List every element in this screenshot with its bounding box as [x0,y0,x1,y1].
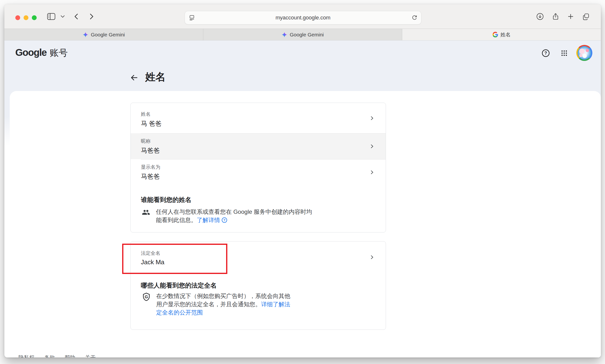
plus-icon [567,13,574,20]
row-label: 姓名 [141,111,386,117]
people-icon [142,208,150,216]
chevron-right-icon [369,169,375,175]
tab-google-gemini-1[interactable]: Google Gemini [4,29,203,40]
page-title: 姓名 [145,70,166,84]
tab-label: Google Gemini [91,32,125,38]
legal-name-visibility-text: 在少数情况下（例如您购买广告时），系统会向其他用户显示您的法定全名，并且会通知您… [156,292,291,317]
gemini-icon [82,32,88,38]
legal-name-visibility-info: G 在少数情况下（例如您购买广告时），系统会向其他用户显示您的法定全名，并且会通… [142,292,291,317]
account-avatar[interactable] [576,45,592,61]
page-back-button[interactable] [129,73,139,82]
name-visibility-info: 任何人在与您联系或查看您在 Google 服务中创建的内容时均能看到此信息。了解… [142,208,315,225]
shield-g-icon: G [142,292,151,302]
avatar-image [578,46,591,60]
address-bar[interactable]: myaccount.google.com [185,11,421,25]
help-circle-icon[interactable]: ? [221,218,227,224]
google-wordmark: Google [15,47,47,58]
tab-label: Google Gemini [290,32,324,38]
tab-google-gemini-2[interactable]: Google Gemini [203,29,402,40]
name-card: 姓名 马 爸爸 昵称 马爸爸 显示名为 马爸爸 谁能看到您的姓 [130,103,386,233]
visibility-text: 任何人在与您联系或查看您在 Google 服务中创建的内容时均能看到此信息。 [156,208,312,223]
learn-more-link[interactable]: 了解详情 [197,217,220,223]
tab-label: 姓名 [500,31,511,38]
tab-name-settings[interactable]: 姓名 [402,29,601,40]
browser-window: myaccount.google.com [4,4,601,357]
footer-link-help[interactable]: 帮助 [65,354,75,357]
close-window-button[interactable] [15,15,20,20]
svg-text:?: ? [223,218,225,222]
tab-overview-button[interactable] [582,13,590,20]
chevron-right-icon [369,143,375,149]
help-button[interactable]: ? [540,48,551,58]
header-band-fade [4,101,10,146]
annotation-rectangle [122,244,227,274]
browser-toolbar: myaccount.google.com [4,4,601,29]
zoom-window-button[interactable] [32,15,37,20]
window-controls [15,15,37,20]
logo-suffix: 账号 [50,47,68,59]
sidebar-icon [47,13,55,20]
minimize-window-button[interactable] [24,15,28,20]
forward-button[interactable] [88,13,95,20]
page-format-icon[interactable] [189,14,195,21]
gemini-icon [282,32,287,38]
download-icon [536,13,544,20]
row-label: 显示名为 [141,164,386,170]
page-footer: 隐私权 条款 帮助 关于 [18,354,96,357]
new-tab-button[interactable] [567,13,574,20]
sidebar-toggle-button[interactable] [47,13,55,20]
share-button[interactable] [552,13,559,20]
footer-link-privacy[interactable]: 隐私权 [18,354,35,357]
downloads-button[interactable] [536,13,544,20]
footer-link-about[interactable]: 关于 [85,354,96,357]
tab-bar: Google Gemini Google Gemini [4,29,601,40]
google-account-logo[interactable]: Google 账号 [15,47,68,59]
forward-icon [88,13,95,20]
chevron-right-icon [369,254,375,260]
row-value: 马爸爸 [141,172,386,181]
nickname-row[interactable]: 昵称 马爸爸 [131,133,386,159]
google-g-icon [493,32,498,37]
row-value: 马 爸爸 [141,119,386,128]
row-value: 马爸爸 [141,146,386,155]
chevron-right-icon [369,115,375,121]
svg-text:?: ? [545,51,547,56]
google-account-page: Google 账号 ? [4,40,601,357]
footer-link-terms[interactable]: 条款 [44,354,55,357]
legal-name-visibility-heading: 哪些人能看到您的法定全名 [141,281,217,290]
share-icon [552,13,559,20]
google-apps-button[interactable] [559,48,570,58]
refresh-icon[interactable] [411,14,418,21]
back-icon [73,13,80,20]
chevron-down-icon [61,15,65,18]
url-text: myaccount.google.com [275,14,330,21]
apps-grid-icon [561,50,568,57]
row-label: 昵称 [141,138,386,144]
svg-text:G: G [145,295,148,299]
name-visibility-heading: 谁能看到您的姓名 [141,195,191,204]
help-icon: ? [542,49,550,57]
display-name-row[interactable]: 显示名为 马爸爸 [131,159,386,185]
tab-overview-icon [582,13,590,20]
name-row[interactable]: 姓名 马 爸爸 [131,103,386,133]
back-button[interactable] [73,13,80,20]
sidebar-menu-button[interactable] [61,15,65,18]
back-arrow-icon [130,73,138,82]
name-visibility-text: 任何人在与您联系或查看您在 Google 服务中创建的内容时均能看到此信息。了解… [156,208,315,225]
